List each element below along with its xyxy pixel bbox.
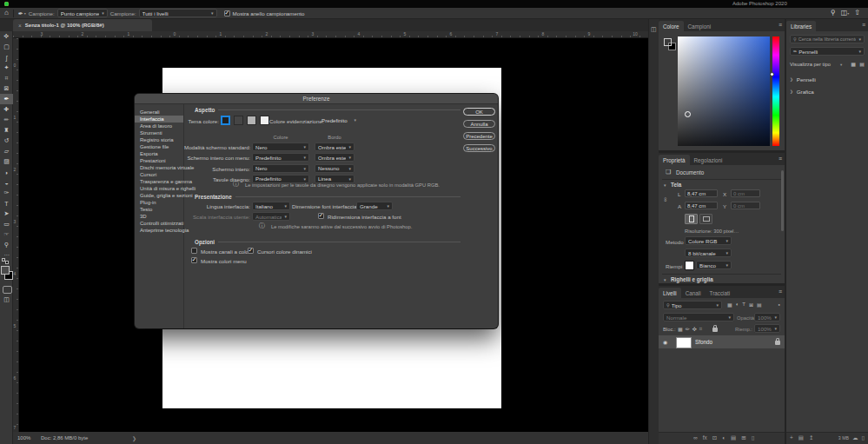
ui-font-size-select[interactable]: Grande ▾ xyxy=(356,202,393,210)
portrait-orientation-button[interactable] xyxy=(685,214,698,224)
layer-thumbnail[interactable] xyxy=(676,337,692,348)
eyedropper-tool[interactable]: ✒ xyxy=(0,94,13,104)
theme-swatch-darkest[interactable] xyxy=(221,116,230,125)
close-tab-icon[interactable]: × xyxy=(18,23,22,29)
annulla-button[interactable]: Annulla xyxy=(463,120,495,128)
panel-menu-icon[interactable]: ≡ xyxy=(779,156,782,162)
home-icon[interactable]: ⌂ xyxy=(4,10,9,17)
frame-tool[interactable]: ⊠ xyxy=(0,83,13,94)
new-library-folder-icon[interactable]: ▤ xyxy=(798,435,804,441)
grid-view-icon[interactable]: ▦ xyxy=(851,61,856,67)
lock-move-icon[interactable]: ✜ xyxy=(692,326,697,332)
successivo-button[interactable]: Successivo xyxy=(463,144,495,152)
sidebar-item[interactable]: Esporta xyxy=(135,150,183,157)
layer-visibility-eye-icon[interactable]: ◉ xyxy=(663,339,667,345)
crop-tool[interactable]: ⌗ xyxy=(0,73,13,83)
healing-brush-tool[interactable]: ✚ xyxy=(0,104,13,115)
color-select[interactable]: Nero▾ xyxy=(252,142,309,151)
quick-selection-tool[interactable]: ✦ xyxy=(0,63,13,73)
foreground-background-swatches[interactable] xyxy=(0,266,12,282)
hand-tool[interactable]: ☞ xyxy=(0,229,13,240)
properties-scrollbar[interactable] xyxy=(781,170,784,231)
type-tool[interactable]: T xyxy=(0,198,13,209)
marquee-tool[interactable]: ▢ xyxy=(0,42,13,52)
tab-libraries[interactable]: Libraries xyxy=(786,21,816,31)
chevron-expand-icon[interactable]: ▾ xyxy=(664,182,666,188)
libraries-section-grafica[interactable]: ❯ Grafica xyxy=(790,85,868,97)
lock-all-icon[interactable] xyxy=(712,328,718,332)
shape-filter-icon[interactable]: ⊠ xyxy=(749,302,753,308)
layer-name[interactable]: Sfondo xyxy=(695,339,712,345)
y-field[interactable]: 0 cm xyxy=(731,202,760,209)
lock-paint-icon[interactable]: ✏ xyxy=(686,326,690,332)
show-channels-in-color-checkbox[interactable] xyxy=(191,248,197,254)
theme-swatch-light[interactable] xyxy=(247,116,256,125)
sidebar-item[interactable]: Guide, griglia e sezioni xyxy=(135,192,183,199)
layer-mask-icon[interactable]: ⊡ xyxy=(712,435,717,441)
move-tool[interactable]: ✜ xyxy=(0,31,13,42)
border-select[interactable]: Ombra esterna▾ xyxy=(315,153,354,162)
collapse-panels-icon[interactable]: ◫ xyxy=(651,26,657,33)
sidebar-item[interactable]: Anteprime tecnologia xyxy=(135,227,183,234)
panel-menu-icon[interactable]: ≡ xyxy=(862,22,865,28)
sample-size-select[interactable]: Punto campione ▾ xyxy=(57,9,108,17)
panel-menu-icon[interactable]: ≡ xyxy=(779,288,782,295)
sidebar-item[interactable]: Registro storia xyxy=(135,136,183,143)
gradient-tool[interactable]: ▨ xyxy=(0,156,13,167)
smart-object-filter-icon[interactable]: ▤ xyxy=(757,302,762,308)
edit-toolbar-button[interactable]: ⋯ xyxy=(0,250,13,257)
ui-language-select[interactable]: Italiano ▾ xyxy=(252,202,290,210)
eraser-tool[interactable]: ▱ xyxy=(0,146,13,156)
sidebar-item[interactable]: Generali xyxy=(135,109,183,116)
sidebar-item[interactable]: Dischi memoria virtuale xyxy=(135,164,183,171)
dodge-tool[interactable]: ◒ xyxy=(0,177,13,188)
lock-artboard-icon[interactable]: ⌗ xyxy=(699,326,702,332)
sidebar-item[interactable]: Testo xyxy=(135,206,183,213)
border-select[interactable]: Nessuno▾ xyxy=(315,164,354,173)
swap-colors-icon[interactable] xyxy=(0,257,12,264)
sample-layers-select[interactable]: Tutti i livelli ▾ xyxy=(139,9,217,17)
libraries-search-input[interactable]: ⚲ Cerca nella libreria corrente ▾ xyxy=(790,35,865,43)
fill-opacity-select[interactable]: 100% ▾ xyxy=(754,324,780,333)
hue-slider[interactable] xyxy=(772,36,779,146)
show-sampling-ring-checkbox[interactable] xyxy=(224,10,230,17)
rulers-grid-section-label[interactable]: Righelli e griglia xyxy=(671,276,713,282)
eyedropper-tool-icon[interactable]: ✒ xyxy=(18,10,23,17)
history-brush-tool[interactable]: ↺ xyxy=(0,136,13,146)
path-selection-tool[interactable]: ➤ xyxy=(0,209,13,219)
sidebar-item[interactable]: Unità di misura e righelli xyxy=(135,185,183,192)
cloud-sync-icon[interactable]: ☁ xyxy=(852,435,858,441)
dialog-title-bar[interactable]: Preferenze xyxy=(135,94,498,104)
vertical-ruler[interactable]: 01234567 xyxy=(13,38,19,432)
sidebar-item[interactable]: Controlli ottimizzati xyxy=(135,220,183,227)
status-options-arrow-icon[interactable]: ❯ xyxy=(132,435,136,441)
adjustment-filter-icon[interactable]: ◐ xyxy=(736,302,739,308)
foreground-color-swatch[interactable] xyxy=(1,266,10,275)
layer-row[interactable]: ◉ Sfondo xyxy=(659,335,785,348)
precedente-button[interactable]: Precedente xyxy=(463,132,495,140)
color-picker-marker[interactable] xyxy=(685,111,691,117)
blur-tool[interactable]: ◗ xyxy=(0,167,13,177)
pen-tool[interactable]: ✑ xyxy=(0,188,13,198)
library-select[interactable]: ✏ Pennelli ▾ xyxy=(790,47,865,56)
zoom-level[interactable]: 100% xyxy=(17,435,30,441)
highlight-color-select[interactable]: Predefinito ▾ xyxy=(318,116,360,124)
rectangle-tool[interactable]: ▭ xyxy=(0,219,13,229)
share-icon[interactable]: ⇧ xyxy=(854,10,860,17)
blend-mode-select[interactable]: Normale ▾ xyxy=(663,313,734,321)
ok-button[interactable]: OK xyxy=(463,108,495,116)
color-mode-select[interactable]: Colore RGB ▾ xyxy=(685,236,732,245)
dynamic-color-sliders-checkbox[interactable] xyxy=(248,248,254,254)
hue-slider-marker[interactable] xyxy=(770,72,774,76)
clone-stamp-tool[interactable]: ♜ xyxy=(0,125,13,136)
screen-mode-button[interactable]: ◫ xyxy=(0,295,13,304)
sidebar-item[interactable]: Area di lavoro xyxy=(135,123,183,129)
link-dimensions-icon[interactable]: ∞ xyxy=(663,197,669,202)
sidebar-item[interactable]: Plug-in xyxy=(135,199,183,206)
sidebar-item[interactable]: Cursori xyxy=(135,171,183,178)
resize-ui-to-font-checkbox[interactable] xyxy=(318,213,324,219)
fill-color-swatch[interactable] xyxy=(685,261,694,270)
theme-swatch-dark[interactable] xyxy=(234,116,243,125)
canvas-section-label[interactable]: Tela xyxy=(671,182,681,188)
sidebar-item[interactable]: 3D xyxy=(135,213,183,220)
